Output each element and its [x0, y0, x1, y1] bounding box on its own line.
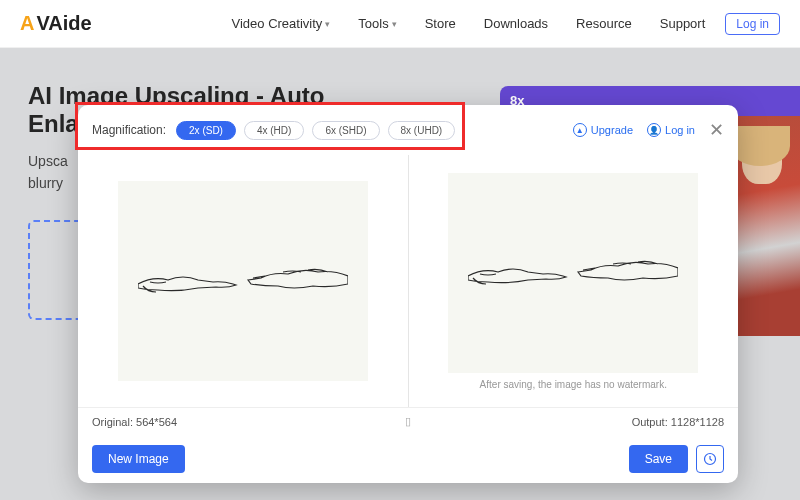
chevron-down-icon: ▾	[392, 19, 397, 29]
modal-footer: New Image Save	[78, 435, 738, 483]
compare-area: After saving, the image has no watermark…	[78, 155, 738, 407]
chevron-down-icon: ▾	[325, 19, 330, 29]
modal-toolbar: Magnification: 2x (SD) 4x (HD) 6x (SHD) …	[78, 105, 738, 155]
nav-video-creativity[interactable]: Video Creativity▾	[232, 16, 331, 31]
brand-logo[interactable]: AVAide	[20, 12, 92, 35]
watermark-note: After saving, the image has no watermark…	[480, 379, 667, 390]
nav-resource[interactable]: Resource	[576, 16, 632, 31]
hands-illustration	[138, 256, 348, 306]
page-subtitle: Upscablurry	[28, 150, 68, 195]
new-image-button[interactable]: New Image	[92, 445, 185, 473]
upgrade-icon: ▲	[573, 123, 587, 137]
mag-option-2x[interactable]: 2x (SD)	[176, 121, 236, 140]
nav-store[interactable]: Store	[425, 16, 456, 31]
original-dimensions: Original: 564*564	[92, 416, 401, 428]
modal-login-button[interactable]: 👤 Log in	[647, 123, 695, 137]
dimensions-row: Original: 564*564 ▯ Output: 1128*1128	[78, 407, 738, 435]
original-image	[118, 181, 368, 381]
original-pane	[78, 155, 408, 407]
brand-text: VAide	[36, 12, 91, 35]
user-icon: 👤	[647, 123, 661, 137]
mag-option-8x[interactable]: 8x (UHD)	[388, 121, 456, 140]
main-nav: Video Creativity▾ Tools▾ Store Downloads…	[232, 16, 706, 31]
history-icon[interactable]	[696, 445, 724, 473]
modal-top-right: ▲ Upgrade 👤 Log in ✕	[573, 119, 724, 141]
magnification-label: Magnification:	[92, 123, 166, 137]
header-login-button[interactable]: Log in	[725, 13, 780, 35]
output-pane: After saving, the image has no watermark…	[409, 155, 739, 407]
magnification-options: 2x (SD) 4x (HD) 6x (SHD) 8x (UHD)	[176, 121, 455, 140]
save-button[interactable]: Save	[629, 445, 688, 473]
nav-tools[interactable]: Tools▾	[358, 16, 396, 31]
close-icon[interactable]: ✕	[709, 119, 724, 141]
upgrade-button[interactable]: ▲ Upgrade	[573, 123, 633, 137]
output-dimensions: Output: 1128*1128	[415, 416, 724, 428]
mag-option-6x[interactable]: 6x (SHD)	[312, 121, 379, 140]
hands-illustration	[468, 248, 678, 298]
nav-downloads[interactable]: Downloads	[484, 16, 548, 31]
site-header: AVAide Video Creativity▾ Tools▾ Store Do…	[0, 0, 800, 48]
copy-icon[interactable]: ▯	[401, 415, 415, 428]
nav-support[interactable]: Support	[660, 16, 706, 31]
output-image	[448, 173, 698, 373]
upscaler-modal: Magnification: 2x (SD) 4x (HD) 6x (SHD) …	[78, 105, 738, 483]
mag-option-4x[interactable]: 4x (HD)	[244, 121, 304, 140]
brand-icon: A	[20, 12, 34, 35]
